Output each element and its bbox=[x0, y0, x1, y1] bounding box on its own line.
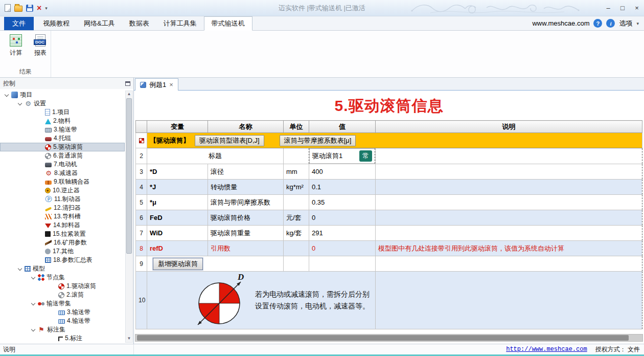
report-button[interactable]: DOC 报表 bbox=[31, 34, 50, 57]
tree-item-label: 3.输送带 bbox=[54, 125, 77, 134]
variable-cell: refD bbox=[147, 241, 208, 256]
value-cell[interactable]: 0 bbox=[309, 210, 376, 226]
help-icon[interactable]: ? bbox=[593, 19, 602, 28]
tree-item-set-9[interactable]: 9.联轴耦合器 bbox=[0, 177, 125, 186]
tree-item-node-2[interactable]: 2.滚筒 bbox=[0, 291, 125, 299]
chevron-spacer bbox=[38, 119, 44, 124]
scroll-up-icon[interactable]: ▲ bbox=[127, 91, 131, 98]
chevron-spacer bbox=[51, 319, 57, 324]
doc-report-icon: DOC bbox=[35, 34, 45, 47]
tree-item-project[interactable]: 项目 bbox=[0, 91, 125, 99]
tree-item-set-10[interactable]: 10.逆止器 bbox=[0, 186, 125, 195]
model-icon bbox=[25, 266, 31, 272]
tree-item-set-13[interactable]: 13.导料槽 bbox=[0, 212, 125, 221]
options-dropdown-icon[interactable]: ▾ bbox=[636, 21, 639, 26]
row-number-cell: 6 bbox=[136, 210, 147, 226]
value-cell[interactable]: 291 bbox=[309, 226, 376, 241]
tree-item-set-15[interactable]: 15.拉紧装置 bbox=[0, 230, 125, 238]
chevron-spacer bbox=[38, 206, 44, 211]
tree-item-set-3[interactable]: 3.输送带 bbox=[0, 125, 125, 134]
tree-item-belt-4[interactable]: 4.输送带 bbox=[0, 317, 125, 325]
value-cell[interactable]: 0 bbox=[309, 241, 376, 256]
tree-item-settings[interactable]: ⚙设置 bbox=[0, 99, 125, 108]
tree-item-model[interactable]: 模型 bbox=[0, 264, 125, 273]
add-drive-pulley-button[interactable]: 新增驱动滚筒 bbox=[153, 258, 203, 270]
menu-tab-file[interactable]: 文件 bbox=[4, 17, 34, 30]
open-folder-icon[interactable] bbox=[14, 6, 22, 12]
tree-item-set-12[interactable]: 12.清扫器 bbox=[0, 204, 125, 212]
tree-item-beltset[interactable]: 输送带集 bbox=[0, 299, 125, 308]
license-mode-label: 授权方式： bbox=[595, 346, 626, 353]
parameter-table: 变量 名称 单位 值 说明 【驱动滚筒】驱动滚筒型谱表[D,J]滚筒与带摩擦系数… bbox=[135, 120, 642, 329]
scroll-thumb[interactable] bbox=[126, 98, 132, 254]
expand-chevron-icon[interactable] bbox=[31, 301, 37, 306]
tree-item-set-16[interactable]: 16.矿用参数 bbox=[0, 238, 125, 247]
control-panel-title: 控制 bbox=[3, 79, 15, 88]
tree-item-set-7[interactable]: 7.电动机 bbox=[0, 160, 125, 169]
tree-item-set-2[interactable]: 2.物料 bbox=[0, 117, 125, 125]
tree-item-set-8[interactable]: ⚙8.减速器 bbox=[0, 169, 125, 177]
menu-tab-data[interactable]: 数据表 bbox=[122, 16, 156, 30]
expand-chevron-icon[interactable] bbox=[31, 327, 37, 332]
tree-item-nodeset[interactable]: 节点集 bbox=[0, 273, 125, 282]
friction-coefficient-table-button[interactable]: 滚筒与带摩擦系数表[μ] bbox=[280, 135, 356, 146]
annotset-icon: ⚑ bbox=[38, 326, 45, 333]
expand-chevron-icon[interactable] bbox=[31, 275, 37, 280]
value-cell[interactable]: 0.1 bbox=[309, 180, 376, 195]
document-tab[interactable]: 例题1 × bbox=[135, 78, 178, 91]
ribbon: 计算 DOC 报表 结果 bbox=[0, 31, 644, 78]
statusbar-url-link[interactable]: http://www.meshcae.com bbox=[506, 346, 587, 353]
website-link[interactable]: www.meshcae.com bbox=[532, 19, 589, 27]
menu-tab-video[interactable]: 视频教程 bbox=[36, 16, 77, 30]
expand-chevron-icon[interactable] bbox=[4, 93, 10, 98]
license-mode: 授权方式： 文件 bbox=[595, 345, 640, 354]
new-file-icon[interactable] bbox=[5, 4, 11, 12]
menu-tab-net[interactable]: 网络&工具 bbox=[77, 16, 122, 30]
tree-item-set-14[interactable]: 14.卸料器 bbox=[0, 221, 125, 230]
tree-item-annotset[interactable]: ⚑标注集 bbox=[0, 325, 125, 334]
value-cell[interactable]: 400 bbox=[309, 164, 376, 180]
tools-icon[interactable]: × bbox=[37, 4, 41, 12]
menu-tab-tools[interactable]: 计算工具集 bbox=[156, 16, 204, 30]
row-number-cell: 4 bbox=[136, 180, 147, 195]
menu-tab-belt[interactable]: 带式输送机 bbox=[204, 16, 252, 31]
tree-item-set-17[interactable]: 17.其他 bbox=[0, 247, 125, 256]
description-panel-tab[interactable]: 说明 bbox=[0, 344, 134, 354]
tree-item-annot-5[interactable]: 5.标注 bbox=[0, 334, 125, 343]
variable-cell: FeD bbox=[147, 210, 208, 226]
qat-dropdown-icon[interactable]: ▾ bbox=[45, 6, 48, 11]
tree-item-label: 模型 bbox=[33, 264, 45, 273]
save-icon[interactable] bbox=[26, 5, 33, 12]
document-tab-label: 例题1 bbox=[149, 80, 166, 90]
tree-scrollbar[interactable]: ▲ ▼ bbox=[125, 91, 133, 343]
tree-item-set-11[interactable]: Ⓟ11.制动器 bbox=[0, 195, 125, 204]
chevron-spacer bbox=[38, 153, 44, 159]
close-button[interactable]: × bbox=[630, 3, 644, 14]
variable-cell: *D bbox=[147, 164, 208, 180]
dock-icon[interactable] bbox=[125, 81, 130, 86]
tree-item-label: 节点集 bbox=[47, 273, 65, 282]
tree-item-set-5[interactable]: 5.驱动滚筒 bbox=[0, 143, 125, 151]
expand-chevron-icon[interactable] bbox=[17, 266, 24, 272]
tree-item-set-18[interactable]: 18.参数汇总表 bbox=[0, 256, 125, 264]
unit-cell bbox=[284, 195, 309, 210]
calculate-button[interactable]: 计算 bbox=[6, 34, 26, 57]
tree-item-belt-3[interactable]: 3.输送带 bbox=[0, 308, 125, 317]
tree-item-label: 10.逆止器 bbox=[53, 186, 80, 195]
tree-item-set-6[interactable]: 6.普通滚筒 bbox=[0, 151, 125, 160]
maximize-button[interactable]: □ bbox=[615, 3, 630, 14]
options-button[interactable]: 选项 bbox=[619, 19, 632, 28]
tree-item-set-4[interactable]: 4.托辊 bbox=[0, 134, 125, 143]
minimize-button[interactable]: – bbox=[601, 3, 615, 14]
tree-item-set-1[interactable]: 1.项目 bbox=[0, 108, 125, 117]
horizontal-scrollbar[interactable] bbox=[135, 334, 643, 342]
tree-item-node-1[interactable]: 1.驱动滚筒 bbox=[0, 282, 125, 291]
horizontal-scroll-thumb[interactable] bbox=[137, 335, 629, 341]
frequency-badge[interactable]: 常 bbox=[359, 150, 372, 162]
expand-chevron-icon[interactable] bbox=[17, 101, 24, 106]
value-cell[interactable]: 0.35 bbox=[309, 195, 376, 210]
pulley-spectrum-table-button[interactable]: 驱动滚筒型谱表[D,J] bbox=[195, 135, 264, 146]
scroll-down-icon[interactable]: ▼ bbox=[127, 336, 131, 342]
info-icon[interactable]: i bbox=[606, 19, 615, 28]
tab-close-icon[interactable]: × bbox=[169, 81, 173, 88]
